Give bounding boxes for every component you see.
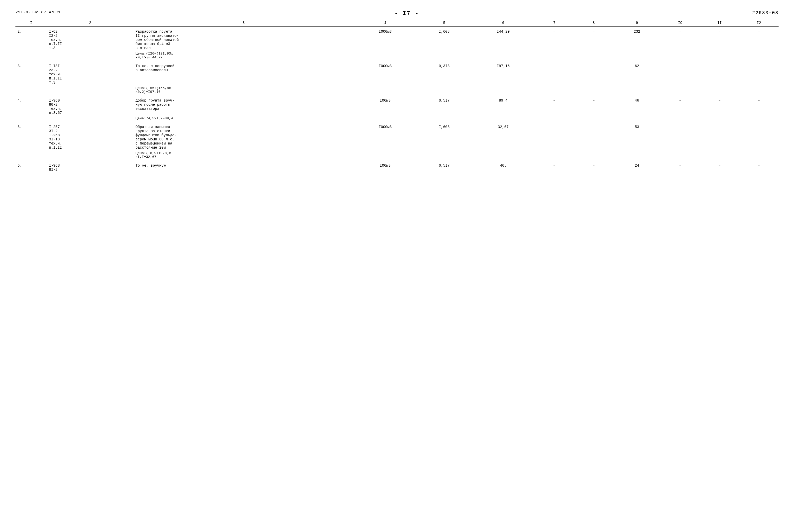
cell-row5-col9: 24 xyxy=(613,161,661,173)
cell-row1-col3: Разработка грунта II группы экскавато- р… xyxy=(133,27,354,51)
price-fill-row3-5 xyxy=(613,116,661,122)
price-fill-row3-2 xyxy=(472,116,535,122)
cell-row4-col5: I,608 xyxy=(417,122,472,151)
price-fill-row2-8 xyxy=(739,86,779,96)
cell-row4-col2: I-257 3I-2 I-268 3I-I3 тех.ч. п.I.II xyxy=(47,122,133,151)
cell-row3-col7: – xyxy=(535,96,574,116)
table-row: 6.I-968 8I-2То же, вручнуюI00м30,5I746.–… xyxy=(15,161,779,173)
cell-row4-col11: – xyxy=(700,122,739,151)
cell-row2-col9: 62 xyxy=(613,61,661,86)
cell-row3-col11: – xyxy=(700,96,739,116)
cell-row4-col10: – xyxy=(661,122,700,151)
cell-row2-col2: I-I8I 23-2 тех.ч. п.I.II т.3 xyxy=(47,61,133,86)
price-fill-row1-1 xyxy=(417,51,472,61)
cell-row3-col8: – xyxy=(574,96,613,116)
cell-row1-col1: 2. xyxy=(15,27,47,51)
price-empty-2-row3 xyxy=(47,116,133,122)
price-fill-row2-7 xyxy=(700,86,739,96)
price-empty-1-row1 xyxy=(15,51,47,61)
header-left: 29I-8-I9с.87 Ал.УП xyxy=(15,10,62,15)
price-fill-row1-4 xyxy=(574,51,613,61)
col-header-6: 6 xyxy=(472,19,535,27)
price-fill-row2-3 xyxy=(535,86,574,96)
cell-row4-col4: I000м3 xyxy=(354,122,417,151)
price-fill-row4-5 xyxy=(613,151,661,161)
col-header-8: 8 xyxy=(574,19,613,27)
cell-row1-col4: I000м3 xyxy=(354,27,417,51)
col-header-10: IO xyxy=(661,19,700,27)
cell-row4-col9: 53 xyxy=(613,122,661,151)
cell-row3-col4: I00м3 xyxy=(354,96,417,116)
cell-row5-col8: – xyxy=(574,161,613,173)
price-empty-2-row1 xyxy=(47,51,133,61)
table-row-price: Цена:(I8,9+I0,8)х хI,I=32,67 xyxy=(15,151,779,161)
cell-row5-col12: – xyxy=(739,161,779,173)
cell-row1-col6: I44,29 xyxy=(472,27,535,51)
cell-row4-col12: – xyxy=(739,122,779,151)
cell-row3-col1: 4. xyxy=(15,96,47,116)
cell-row2-col1: 3. xyxy=(15,61,47,86)
price-formula-row4: Цена:(I8,9+I0,8)х хI,I=32,67 xyxy=(133,151,354,161)
price-fill-row4-6 xyxy=(661,151,700,161)
cell-row2-col8: – xyxy=(574,61,613,86)
price-formula-row2: Цена:(I66+(I55,8х х0,2)=I97,I6 xyxy=(133,86,354,96)
table-row-price: Цена:(I66+(I55,8х х0,2)=I97,I6 xyxy=(15,86,779,96)
price-fill-row3-0 xyxy=(354,116,417,122)
col-header-3: 3 xyxy=(133,19,354,27)
price-fill-row3-6 xyxy=(661,116,700,122)
price-fill-row1-8 xyxy=(739,51,779,61)
cell-row1-col12: – xyxy=(739,27,779,51)
cell-row3-col6: 89,4 xyxy=(472,96,535,116)
cell-row5-col6: 46. xyxy=(472,161,535,173)
price-empty-2-row2 xyxy=(47,86,133,96)
table-row: 5.I-257 3I-2 I-268 3I-I3 тех.ч. п.I.IIОб… xyxy=(15,122,779,151)
price-fill-row4-3 xyxy=(535,151,574,161)
cell-row1-col7: – xyxy=(535,27,574,51)
price-fill-row1-5 xyxy=(613,51,661,61)
price-fill-row4-1 xyxy=(417,151,472,161)
page-header: 29I-8-I9с.87 Ал.УП - I7 - 22983-08 xyxy=(15,10,779,16)
price-empty-1-row3 xyxy=(15,116,47,122)
price-empty-1-row2 xyxy=(15,86,47,96)
price-fill-row2-4 xyxy=(574,86,613,96)
cell-row2-col7: – xyxy=(535,61,574,86)
price-fill-row2-2 xyxy=(472,86,535,96)
price-fill-row1-6 xyxy=(661,51,700,61)
price-fill-row4-4 xyxy=(574,151,613,161)
cell-row1-col5: I,608 xyxy=(417,27,472,51)
cell-row5-col5: 0,5I7 xyxy=(417,161,472,173)
cell-row1-col11: – xyxy=(700,27,739,51)
cell-row4-col1: 5. xyxy=(15,122,47,151)
cell-row2-col4: I000м3 xyxy=(354,61,417,86)
main-table: I 2 3 4 5 6 7 8 9 IO II I2 2.I-62 I2-2 т… xyxy=(15,19,779,173)
price-fill-row3-3 xyxy=(535,116,574,122)
price-fill-row2-0 xyxy=(354,86,417,96)
price-fill-row4-0 xyxy=(354,151,417,161)
cell-row3-col12: – xyxy=(739,96,779,116)
price-fill-row4-7 xyxy=(700,151,739,161)
price-fill-row1-2 xyxy=(472,51,535,61)
col-header-12: I2 xyxy=(739,19,779,27)
col-header-1: I xyxy=(15,19,47,27)
cell-row5-col4: I00м3 xyxy=(354,161,417,173)
table-row: 4.I-960 80-2 тех.ч. п.3.67Добор грунта в… xyxy=(15,96,779,116)
cell-row5-col1: 6. xyxy=(15,161,47,173)
cell-row5-col7: – xyxy=(535,161,574,173)
price-fill-row3-7 xyxy=(700,116,739,122)
table-row-price: Цена:74,5хI,2=89,4 xyxy=(15,116,779,122)
col-header-9: 9 xyxy=(613,19,661,27)
col-header-7: 7 xyxy=(535,19,574,27)
price-formula-row3: Цена:74,5хI,2=89,4 xyxy=(133,116,354,122)
cell-row3-col9: 46 xyxy=(613,96,661,116)
price-empty-2-row4 xyxy=(47,151,133,161)
cell-row4-col8: – xyxy=(574,122,613,151)
col-header-4: 4 xyxy=(354,19,417,27)
price-fill-row2-1 xyxy=(417,86,472,96)
header-right: 22983-08 xyxy=(752,10,779,15)
cell-row5-col3: То же, вручную xyxy=(133,161,354,173)
cell-row4-col6: 32,67 xyxy=(472,122,535,151)
cell-row5-col11: – xyxy=(700,161,739,173)
cell-row2-col5: 0,3I3 xyxy=(417,61,472,86)
table-row: 3.I-I8I 23-2 тех.ч. п.I.II т.3То же, с п… xyxy=(15,61,779,86)
cell-row1-col10: – xyxy=(661,27,700,51)
